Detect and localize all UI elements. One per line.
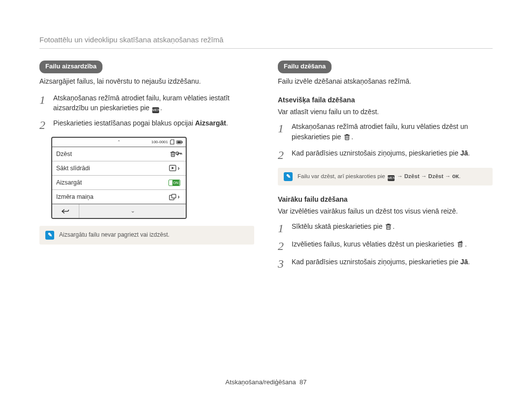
chevron-down-icon: ⌄ <box>79 207 186 215</box>
protect-step-1: Atskaņošanas režīmā atrodiet failu, kura… <box>53 93 254 113</box>
subhead-single-delete: Atsevišķa faila dzēšana <box>278 95 493 105</box>
menu-row-resize: Izmēra maiņa › <box>52 190 186 204</box>
note-icon: ✎ <box>284 172 293 181</box>
trash-action-icon <box>457 241 464 250</box>
note-protect: ✎ Aizsargātu failu nevar pagriezt vai iz… <box>39 226 254 245</box>
trash-icon <box>344 133 350 143</box>
file-counter: 100-0001 <box>151 139 168 145</box>
sd-icon <box>170 139 174 145</box>
menu-row-delete: Dzēst › <box>52 147 186 161</box>
toggle-on-icon <box>168 180 180 186</box>
note-icon: ✎ <box>45 231 54 240</box>
step-number: 3 <box>278 257 287 270</box>
multi-delete-lead: Var izvēlēties vairākus failus un dzēst … <box>278 206 493 216</box>
note-delete-alt: ✎ Failu var dzēst, arī pieskaroties pie … <box>278 168 493 185</box>
battery-icon <box>176 140 183 144</box>
trash-icon <box>385 223 392 233</box>
key-icon <box>175 150 183 158</box>
menu-icon: MENU <box>388 175 395 181</box>
step-number: 2 <box>39 118 48 131</box>
left-column: Failu aizsardzība Aizsargājiet failus, l… <box>39 61 254 275</box>
menu-row-slideshow: Sākt slīdrādi › <box>52 161 186 176</box>
page-footer: Atskaņošana/rediģēšana 87 <box>0 378 532 387</box>
protect-lead: Aizsargājiet failus, lai novērstu to nej… <box>39 76 254 86</box>
multi-delete-step-3: Kad parādīsies uznirstošais ziņojums, pi… <box>292 257 493 267</box>
page-title: Fotoattēlu un videoklipu skatīšana atska… <box>39 34 493 49</box>
step-number: 1 <box>278 221 287 234</box>
step-number: 1 <box>39 93 48 106</box>
protect-step-2: Pieskarieties iestatīšanas pogai blakus … <box>53 118 254 128</box>
camera-menu-illustration: ⌃ 100-0001 Dzēst › Sākt slīdrādi › Aizsa… <box>51 137 187 219</box>
single-delete-lead: Var atlasīt vienu failu un to dzēst. <box>278 107 493 117</box>
back-button <box>52 204 79 218</box>
menu-row-protect: Aizsargāt <box>52 176 186 190</box>
step-number: 2 <box>278 239 287 252</box>
section-pill-delete: Failu dzēšana <box>278 61 332 73</box>
chevron-up-icon: ⌃ <box>117 139 121 145</box>
section-pill-protect: Failu aizsardzība <box>39 61 102 73</box>
multi-delete-step-2: Izvēlieties failus, kurus vēlaties dzēst… <box>292 239 493 250</box>
slideshow-icon <box>169 165 176 171</box>
delete-lead: Failu izvēle dzēšanai atskaņošanas režīm… <box>278 76 493 86</box>
single-delete-step-1: Atskaņošanas režīmā atrodiet failu, kuru… <box>292 122 493 143</box>
single-delete-step-2: Kad parādīsies uznirstošais ziņojums, pi… <box>292 148 493 158</box>
step-number: 2 <box>278 148 287 161</box>
multi-delete-step-1: Sīktēlu skatā pieskarieties pie . <box>292 221 493 233</box>
resize-icon <box>169 194 176 200</box>
back-icon <box>61 209 70 214</box>
menu-icon: MENU <box>152 107 159 113</box>
right-column: Failu dzēšana Failu izvēle dzēšanai atsk… <box>278 61 493 275</box>
step-number: 1 <box>278 122 287 134</box>
subhead-multi-delete: Vairāku failu dzēšana <box>278 194 493 204</box>
ok-label: OK <box>452 173 459 180</box>
